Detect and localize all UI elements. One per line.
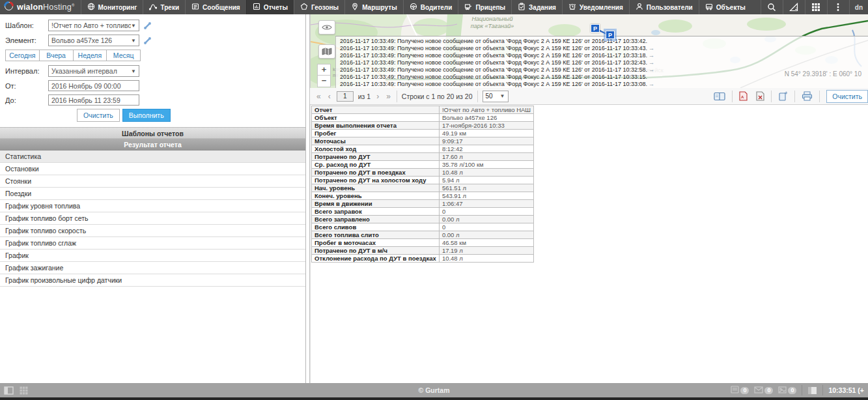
- template-select[interactable]: !Отчет по Авто + топливо ...▼: [48, 20, 139, 31]
- map-zoom-control: + −: [317, 64, 331, 87]
- result-section-header[interactable]: Результат отчета: [0, 139, 305, 150]
- to-date-input[interactable]: [48, 94, 139, 106]
- export-pdf-icon[interactable]: A: [737, 91, 749, 101]
- report-row-value: 49.19 км: [439, 130, 533, 137]
- print-icon[interactable]: [800, 91, 815, 101]
- map-view[interactable]: Национальный парк «Таганай» ИНСК Копейск…: [310, 14, 868, 88]
- quick-range-button-2[interactable]: Неделя: [74, 50, 107, 61]
- tab-geofences[interactable]: Геозоны: [294, 0, 344, 14]
- report-table-row: Всего топлива слито0.00 л: [312, 231, 534, 239]
- template-edit-wrench-icon[interactable]: [143, 21, 152, 30]
- result-section-item-7[interactable]: График топливо сглаж: [0, 237, 305, 250]
- layout-panels-icon[interactable]: [807, 386, 817, 395]
- routes-icon: [351, 3, 359, 12]
- mail-icon: [754, 384, 763, 396]
- report-table-row: Потрачено по ДУТ17.60 л: [312, 153, 534, 161]
- export-excel-icon[interactable]: [754, 91, 766, 101]
- clear-button[interactable]: Очистить: [77, 109, 120, 122]
- toolbar-divider: [819, 91, 820, 102]
- quick-range-button-1[interactable]: Вчера: [40, 50, 74, 61]
- element-select[interactable]: Вольво а457хе 126▼: [48, 35, 139, 46]
- page-size-select[interactable]: 50▼: [483, 91, 509, 102]
- report-row-value: !Отчет по Авто + топливо НАШ: [439, 106, 533, 114]
- message-arrow-icon: →: [649, 59, 654, 66]
- quick-range-button-3[interactable]: Месяц: [107, 50, 141, 61]
- media-counter[interactable]: 0: [778, 384, 796, 396]
- mail-counter[interactable]: 0: [754, 384, 773, 396]
- result-section-item-2[interactable]: Стоянки: [0, 175, 305, 188]
- next-page-icon[interactable]: ›: [375, 92, 380, 101]
- notification-messages-overlay: 2016-11-17 10:33:49: Получено новое сооб…: [335, 36, 868, 88]
- report-row-label: Нач. уровень: [312, 184, 440, 192]
- brand-name: wialonHosting®: [17, 3, 75, 12]
- quick-range-button-0[interactable]: Сегодня: [5, 50, 40, 61]
- templates-section-header[interactable]: Шаблоны отчетов: [0, 127, 305, 139]
- reports-queue-counter[interactable]: 0: [731, 384, 749, 396]
- report-row-value: 1:06:47: [439, 200, 533, 208]
- report-row-value: 0: [439, 223, 533, 231]
- tab-tracks[interactable]: Треки: [143, 0, 185, 14]
- result-section-item-3[interactable]: Поездки: [0, 188, 305, 200]
- report-row-label: Ср. расход по ДУТ: [312, 161, 440, 169]
- report-template-book-icon[interactable]: [712, 92, 727, 101]
- more-menu-icon[interactable]: [827, 0, 849, 14]
- tab-jobs[interactable]: Задания: [511, 0, 562, 14]
- report-table-row: Холостой ход8:12:42: [312, 145, 534, 153]
- tab-monitoring[interactable]: Мониторинг: [81, 0, 143, 14]
- result-section-item-4[interactable]: График уровня топлива: [0, 200, 305, 212]
- media-icon: [778, 384, 787, 396]
- report-table-row: Время выполнения отчета17-ноября-2016 10…: [312, 122, 534, 130]
- tab-notifications[interactable]: Уведомления: [562, 0, 629, 14]
- interval-select[interactable]: Указанный интервал▼: [48, 65, 139, 77]
- search-icon[interactable]: [761, 0, 783, 14]
- element-edit-wrench-icon[interactable]: [143, 36, 152, 45]
- zoom-in-button[interactable]: +: [317, 64, 331, 76]
- apps-grid-icon[interactable]: [805, 0, 827, 14]
- report-table-row: Конеч. уровень543.91 л: [312, 192, 534, 200]
- first-page-icon[interactable]: «: [315, 92, 322, 101]
- result-section-item-6[interactable]: График топливо скорость: [0, 225, 305, 237]
- parking-marker-icon[interactable]: P: [591, 24, 600, 33]
- tab-routes[interactable]: Маршруты: [344, 0, 403, 14]
- execute-button[interactable]: Выполнить: [122, 109, 171, 122]
- report-row-label: Холостой ход: [312, 145, 440, 153]
- clear-report-button[interactable]: Очистить: [826, 90, 868, 103]
- last-page-icon[interactable]: »: [385, 92, 392, 101]
- tab-units[interactable]: Объекты: [699, 0, 751, 14]
- tab-users[interactable]: Пользователи: [629, 0, 699, 14]
- result-section-item-5[interactable]: График топливо борт сеть: [0, 212, 305, 225]
- report-row-value: 17-ноября-2016 10:33: [439, 122, 533, 130]
- parking-marker-icon[interactable]: P: [606, 31, 615, 39]
- tab-drivers[interactable]: Водители: [403, 0, 458, 14]
- report-pagination-toolbar: « ‹ из 1 › » Строки с 1 по 20 из 20 50▼ …: [310, 88, 868, 105]
- report-table-row: Пробег в моточасах46.58 км: [312, 239, 534, 247]
- result-section-item-10[interactable]: График произвольные цифр датчики: [0, 274, 305, 287]
- report-row-label: Конеч. уровень: [312, 192, 440, 200]
- report-result-sections-list: СтатистикаОстановкиСтоянкиПоездкиГрафик …: [0, 150, 305, 287]
- result-section-item-8[interactable]: График: [0, 250, 305, 262]
- chevron-down-icon: ▼: [131, 23, 136, 29]
- result-section-item-9[interactable]: График зажигание: [0, 262, 305, 274]
- toggle-panel-icon[interactable]: [4, 386, 14, 395]
- tab-reports[interactable]: Отчеты: [246, 0, 294, 14]
- result-section-item-0[interactable]: Статистика: [0, 150, 305, 163]
- report-row-label: Потрачено по ДУТ на холостом ходу: [312, 177, 440, 184]
- map-visibility-eye-button[interactable]: [318, 20, 335, 35]
- tab-messages[interactable]: Сообщения: [185, 0, 246, 14]
- main-tabs: МониторингТрекиСообщенияОтчетыГеозоныМар…: [81, 0, 751, 14]
- result-section-item-1[interactable]: Остановки: [0, 163, 305, 175]
- report-table-row: Время в движении1:06:47: [312, 200, 534, 208]
- bottom-grid-icon[interactable]: [20, 386, 28, 395]
- svg-text:A: A: [741, 95, 744, 99]
- user-menu[interactable]: dn: [849, 0, 868, 14]
- copy-report-icon[interactable]: [776, 91, 790, 101]
- zoom-out-button[interactable]: −: [317, 76, 331, 87]
- tab-trailers[interactable]: Прицепы: [458, 0, 511, 14]
- from-date-input[interactable]: [48, 80, 139, 91]
- report-row-label: Моточасы: [312, 137, 440, 145]
- page-number-input[interactable]: [337, 91, 354, 102]
- map-layers-button[interactable]: [318, 44, 335, 59]
- previous-page-icon[interactable]: ‹: [327, 92, 332, 101]
- ruler-tools-icon[interactable]: [783, 0, 805, 14]
- tab-label: Сообщения: [203, 4, 240, 11]
